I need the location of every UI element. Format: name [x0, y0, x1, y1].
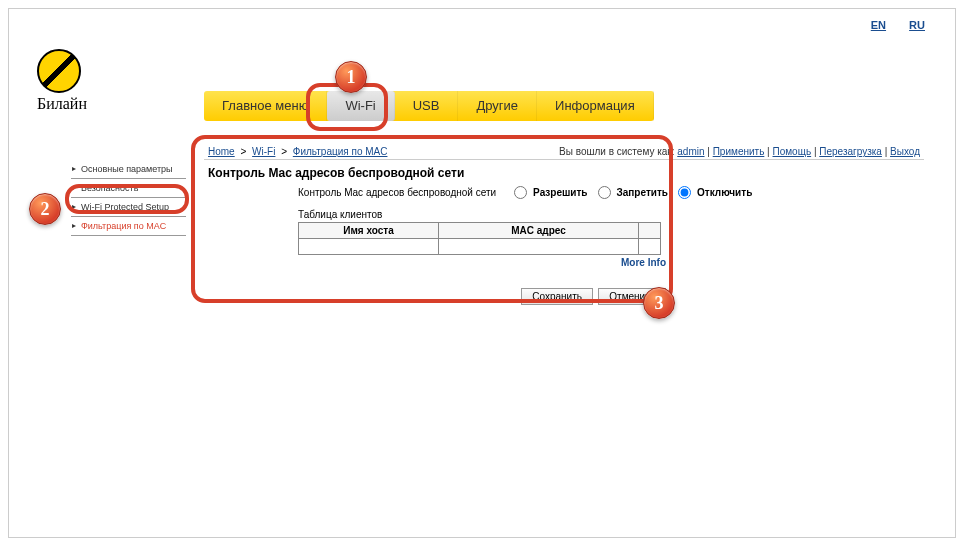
lang-en-link[interactable]: EN: [871, 19, 886, 31]
sidebar: Основные параметры Безопасность Wi-Fi Pr…: [71, 160, 186, 236]
breadcrumb-current[interactable]: Фильтрация по MAC: [293, 146, 388, 157]
annotation-badge-2: 2: [29, 193, 61, 225]
nav-information[interactable]: Информация: [537, 91, 654, 121]
breadcrumb: Home > Wi-Fi > Фильтрация по MAC: [208, 146, 387, 157]
table-row: [299, 239, 661, 255]
breadcrumb-sep: >: [240, 146, 246, 157]
clients-table: Имя хоста MAC адрес: [298, 222, 661, 255]
top-navigation: Главное меню Wi-Fi USB Другие Информация: [204, 91, 654, 121]
system-links: Вы вошли в систему как: admin | Применит…: [559, 146, 920, 157]
col-action: [639, 223, 661, 239]
logo-icon: [37, 49, 81, 93]
control-label: Контроль Mac адресов беспроводной сети: [298, 187, 496, 198]
nav-main-menu[interactable]: Главное меню: [204, 91, 327, 121]
radio-disable-label: Отключить: [697, 187, 752, 198]
user-link[interactable]: admin: [677, 146, 704, 157]
table-header-row: Имя хоста MAC адрес: [299, 223, 661, 239]
sidebar-item-mac-filter[interactable]: Фильтрация по MAC: [71, 217, 186, 236]
annotation-badge-3: 3: [643, 287, 675, 319]
logout-link[interactable]: Выход: [890, 146, 920, 157]
breadcrumb-status-row: Home > Wi-Fi > Фильтрация по MAC Вы вошл…: [204, 144, 924, 160]
breadcrumb-wifi[interactable]: Wi-Fi: [252, 146, 275, 157]
col-hostname: Имя хоста: [299, 223, 439, 239]
radio-disable[interactable]: [678, 186, 691, 199]
apply-link[interactable]: Применить: [713, 146, 765, 157]
save-button[interactable]: Сохранить: [521, 288, 593, 305]
brand-logo: Билайн: [37, 49, 87, 113]
cell-mac: [439, 239, 639, 255]
radio-deny-label: Запретить: [617, 187, 669, 198]
nav-other[interactable]: Другие: [458, 91, 537, 121]
main-content: Home > Wi-Fi > Фильтрация по MAC Вы вошл…: [204, 144, 924, 311]
cell-hostname: [299, 239, 439, 255]
annotation-badge-1: 1: [335, 61, 367, 93]
lang-ru-link[interactable]: RU: [909, 19, 925, 31]
sidebar-item-basic[interactable]: Основные параметры: [71, 160, 186, 179]
cell-action[interactable]: [639, 239, 661, 255]
action-buttons: Сохранить Отменить: [298, 288, 666, 305]
logged-in-label: Вы вошли в систему как:: [559, 146, 674, 157]
language-bar: EN RU: [851, 19, 925, 31]
sidebar-item-security[interactable]: Безопасность: [71, 179, 186, 198]
radio-allow[interactable]: [514, 186, 527, 199]
nav-usb[interactable]: USB: [395, 91, 459, 121]
help-link[interactable]: Помощь: [773, 146, 812, 157]
radio-allow-label: Разрешить: [533, 187, 587, 198]
breadcrumb-sep: >: [281, 146, 287, 157]
mac-control-row: Контроль Mac адресов беспроводной сети Р…: [298, 186, 920, 199]
more-info-link[interactable]: More Info: [621, 257, 666, 268]
reboot-link[interactable]: Перезагрузка: [819, 146, 882, 157]
sidebar-item-wps[interactable]: Wi-Fi Protected Setup: [71, 198, 186, 217]
logo-text: Билайн: [37, 95, 87, 113]
col-mac-address: MAC адрес: [439, 223, 639, 239]
radio-deny[interactable]: [598, 186, 611, 199]
page-title: Контроль Mac адресов беспроводной сети: [208, 166, 920, 180]
clients-table-caption: Таблица клиентов: [298, 209, 920, 220]
nav-wifi[interactable]: Wi-Fi: [327, 91, 394, 121]
breadcrumb-home[interactable]: Home: [208, 146, 235, 157]
more-info-row: More Info: [298, 257, 666, 268]
